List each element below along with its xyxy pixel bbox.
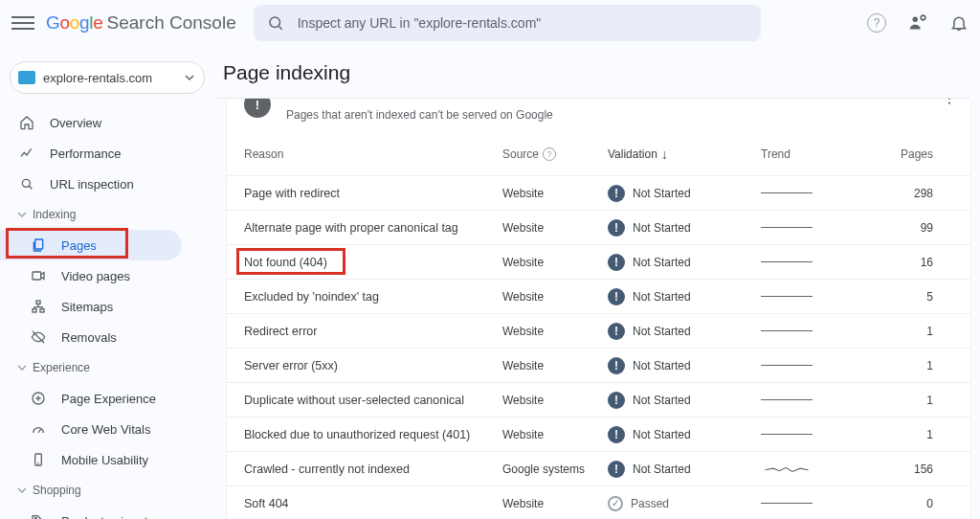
notifications-icon[interactable] bbox=[949, 13, 969, 33]
sparkline-icon bbox=[761, 399, 813, 400]
table-row[interactable]: Soft 404Website✓Passed0 bbox=[227, 485, 970, 519]
svg-point-4 bbox=[22, 179, 30, 187]
table-body: Page with redirectWebsite!Not Started298… bbox=[227, 175, 970, 519]
sidebar-item-removals[interactable]: Removals bbox=[0, 322, 182, 352]
svg-rect-7 bbox=[33, 272, 41, 280]
table-row[interactable]: Duplicate without user-selected canonica… bbox=[227, 382, 970, 417]
cell-reason: Soft 404 bbox=[244, 497, 502, 510]
cell-validation: !Not Started bbox=[608, 185, 761, 202]
col-header-source[interactable]: Source ? bbox=[502, 147, 608, 161]
cell-source: Website bbox=[502, 187, 608, 200]
sidebar-item-sitemaps[interactable]: Sitemaps bbox=[0, 291, 182, 322]
cell-validation: !Not Started bbox=[608, 323, 761, 340]
speed-icon bbox=[29, 421, 48, 437]
cell-validation: !Not Started bbox=[608, 254, 761, 271]
sparkline-icon bbox=[761, 227, 813, 228]
help-icon[interactable]: ? bbox=[543, 147, 556, 161]
cell-pages: 156 bbox=[857, 463, 933, 476]
table-row[interactable]: Server error (5xx)Website!Not Started1 bbox=[227, 348, 970, 382]
sidebar-section-label: Indexing bbox=[33, 208, 76, 221]
cell-trend bbox=[761, 365, 857, 366]
arrow-down-icon: ↓ bbox=[661, 147, 668, 162]
settings-people-icon[interactable] bbox=[907, 12, 928, 34]
url-inspect-search[interactable]: Inspect any URL in "explore-rentals.com" bbox=[254, 5, 761, 41]
table-row[interactable]: Not found (404)Website!Not Started16 bbox=[227, 244, 970, 279]
sidebar-item-video-pages[interactable]: Video pages bbox=[0, 260, 182, 291]
sidebar-item-label: Performance bbox=[50, 147, 121, 161]
sidebar-item-performance[interactable]: Performance bbox=[0, 138, 182, 169]
sidebar-item-label: Removals bbox=[61, 330, 117, 345]
cell-reason: Crawled - currently not indexed bbox=[244, 463, 502, 476]
exclamation-icon: ! bbox=[608, 461, 625, 478]
col-header-trend[interactable]: Trend bbox=[761, 147, 857, 161]
cell-source: Google systems bbox=[502, 463, 608, 476]
cell-validation: !Not Started bbox=[608, 461, 761, 478]
svg-rect-9 bbox=[33, 309, 36, 312]
sidebar-item-mobile-usability[interactable]: Mobile Usability bbox=[0, 444, 182, 475]
sparkline-icon bbox=[761, 464, 813, 474]
search-placeholder: Inspect any URL in "explore-rentals.com" bbox=[298, 15, 542, 31]
chevron-down-icon bbox=[17, 363, 27, 372]
cell-pages: 1 bbox=[857, 359, 933, 372]
home-icon bbox=[17, 115, 36, 130]
more-icon[interactable] bbox=[942, 99, 957, 106]
col-header-reason[interactable]: Reason bbox=[244, 147, 502, 161]
cell-reason: Redirect error bbox=[244, 325, 502, 338]
sparkline-icon bbox=[761, 261, 813, 262]
property-label: explore-rentals.com bbox=[43, 71, 152, 85]
sidebar-item-label: Product snippets bbox=[61, 514, 154, 520]
menu-icon[interactable] bbox=[11, 11, 34, 34]
table-row[interactable]: Page with redirectWebsite!Not Started298 bbox=[227, 175, 970, 210]
svg-point-0 bbox=[270, 17, 280, 28]
help-icon[interactable]: ? bbox=[867, 13, 886, 33]
chevron-down-icon bbox=[17, 485, 27, 495]
sidebar-item-pages[interactable]: Pages bbox=[0, 230, 182, 260]
exclamation-icon: ! bbox=[608, 357, 625, 374]
sidebar-item-core-web-vitals[interactable]: Core Web Vitals bbox=[0, 414, 182, 444]
search-icon bbox=[17, 176, 36, 192]
tag-icon bbox=[29, 513, 48, 519]
sidebar-section-label: Experience bbox=[33, 361, 90, 374]
col-header-validation[interactable]: Validation ↓ bbox=[608, 147, 761, 162]
chevron-down-icon bbox=[17, 210, 27, 219]
exclamation-icon: ! bbox=[608, 392, 625, 409]
sidebar-item-label: Page Experience bbox=[61, 392, 156, 406]
svg-rect-6 bbox=[35, 239, 43, 249]
sparkline-icon bbox=[761, 330, 813, 331]
table-row[interactable]: Blocked due to unauthorized request (401… bbox=[227, 417, 970, 451]
svg-point-18 bbox=[948, 102, 950, 104]
search-icon bbox=[267, 14, 284, 32]
table-row[interactable]: Alternate page with proper canonical tag… bbox=[227, 210, 970, 244]
cell-source: Website bbox=[502, 394, 608, 407]
trend-icon bbox=[17, 146, 36, 161]
table-row[interactable]: Redirect errorWebsite!Not Started1 bbox=[227, 313, 970, 348]
sidebar-item-url-inspection[interactable]: URL inspection bbox=[0, 169, 182, 199]
sidebar-item-overview[interactable]: Overview bbox=[0, 107, 182, 138]
cell-reason: Not found (404) bbox=[244, 256, 502, 269]
exclamation-icon: ! bbox=[608, 323, 625, 340]
cell-source: Website bbox=[502, 290, 608, 304]
table-row[interactable]: Crawled - currently not indexedGoogle sy… bbox=[227, 451, 970, 485]
sidebar-item-page-experience[interactable]: Page Experience bbox=[0, 383, 182, 414]
cell-source: Website bbox=[502, 256, 608, 269]
sparkline-icon bbox=[761, 192, 813, 193]
cell-trend bbox=[761, 434, 857, 435]
cell-pages: 0 bbox=[857, 497, 933, 510]
cell-pages: 1 bbox=[857, 428, 933, 441]
sidebar-section-experience: Experience bbox=[0, 352, 182, 383]
col-header-source-label: Source bbox=[502, 147, 539, 161]
cell-pages: 16 bbox=[857, 256, 933, 269]
top-bar: Google Search Console Inspect any URL in… bbox=[0, 0, 980, 46]
cell-trend bbox=[761, 261, 857, 262]
chevron-down-icon bbox=[185, 73, 194, 82]
info-icon: ! bbox=[244, 99, 271, 118]
sparkline-icon bbox=[761, 365, 813, 366]
sparkline-icon bbox=[761, 296, 813, 297]
sidebar-item-product-snippets[interactable]: Product snippets bbox=[0, 506, 182, 519]
sidebar-section-label: Shopping bbox=[33, 484, 81, 497]
col-header-pages[interactable]: Pages bbox=[857, 147, 933, 161]
property-selector[interactable]: explore-rentals.com bbox=[10, 61, 205, 94]
table-row[interactable]: Excluded by 'noindex' tagWebsite!Not Sta… bbox=[227, 279, 970, 313]
table-header: Reason Source ? Validation ↓ Trend Pages bbox=[227, 133, 970, 175]
cell-validation: !Not Started bbox=[608, 219, 761, 237]
